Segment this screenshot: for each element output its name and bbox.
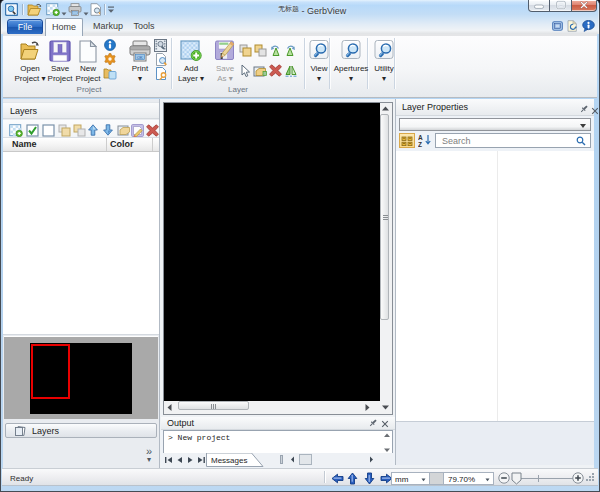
svg-text:Messages: Messages	[211, 456, 247, 465]
svg-text:Z: Z	[418, 141, 422, 148]
svg-text:OK: OK	[137, 55, 143, 60]
